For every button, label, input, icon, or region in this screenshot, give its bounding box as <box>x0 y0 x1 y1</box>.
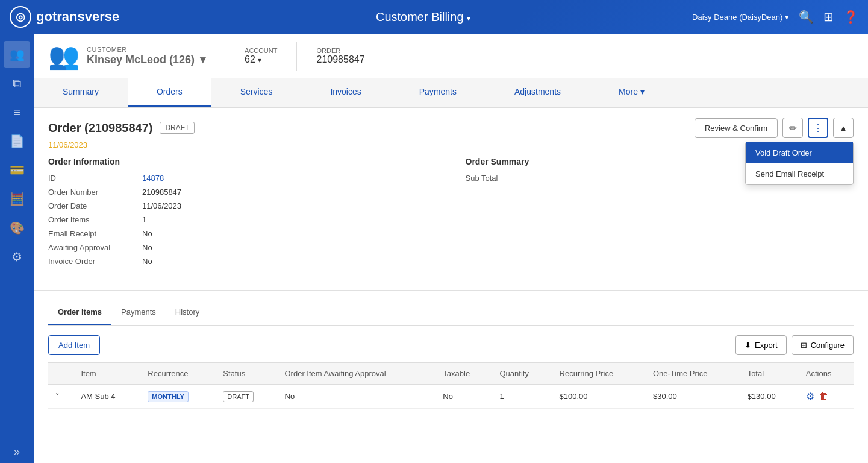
row-taxable: No <box>436 385 492 409</box>
invoice-order-label: Invoice Order <box>48 257 133 266</box>
customer-info: CUSTOMER Kinsey McLeod (126) ▾ <box>87 46 205 66</box>
recurrence-badge: MONTHLY <box>148 391 188 402</box>
order-section: Order (210985847) DRAFT Review & Confirm… <box>34 108 868 280</box>
tab-order-items[interactable]: Order Items <box>48 300 111 325</box>
col-quantity: Quantity <box>492 363 552 385</box>
order-header: Order (210985847) DRAFT Review & Confirm… <box>48 118 854 138</box>
main-tabs: Summary Orders Services Invoices Payment… <box>34 78 868 108</box>
info-row-number: Order Number 210985847 <box>48 187 437 197</box>
sidebar-item-card[interactable]: 💳 <box>4 157 30 183</box>
order-info: ORDER 210985847 <box>316 47 364 65</box>
info-row-email: Email Receipt No <box>48 229 437 238</box>
order-date-value: 11/06/2023 <box>142 201 181 210</box>
col-total: Total <box>740 363 799 385</box>
sidebar-item-settings[interactable]: ⚙ <box>4 244 30 270</box>
sidebar-item-file[interactable]: 📄 <box>4 128 30 154</box>
email-receipt-value: No <box>142 229 152 238</box>
row-total: $130.00 <box>740 385 799 409</box>
section-divider <box>34 290 868 291</box>
subtotal-label: Sub Total <box>466 174 498 183</box>
gear-icon[interactable]: ⚙ <box>806 391 814 402</box>
col-status: Status <box>216 363 277 385</box>
send-email-receipt-item[interactable]: Send Email Receipt <box>746 163 853 184</box>
order-information-title: Order Information <box>48 157 437 166</box>
row-status: DRAFT <box>216 385 277 409</box>
order-items-value: 1 <box>142 215 146 224</box>
collapse-button[interactable]: ▲ <box>833 118 854 138</box>
top-nav: ◎ gotransverse Customer Billing ▾ Daisy … <box>0 0 868 34</box>
sidebar-item-list[interactable]: ≡ <box>4 99 30 125</box>
invoice-order-value: No <box>142 257 152 266</box>
sidebar-item-people[interactable]: 👥 <box>4 41 30 68</box>
row-action-icons: ⚙ 🗑 <box>806 391 846 402</box>
search-icon[interactable]: 🔍 <box>799 10 814 24</box>
col-item: Item <box>73 363 140 385</box>
grid-icon[interactable]: ⊞ <box>823 10 834 24</box>
more-options-button[interactable]: ⋮ <box>808 118 828 138</box>
tab-more[interactable]: More ▾ <box>590 78 673 107</box>
add-item-button[interactable]: Add Item <box>48 335 100 355</box>
awaiting-approval-value: No <box>142 243 152 252</box>
dropdown-menu: Void Draft Order Send Email Receipt <box>745 142 854 185</box>
col-recurrence: Recurrence <box>140 363 216 385</box>
edit-button[interactable]: ✏ <box>782 118 803 138</box>
help-icon[interactable]: ❓ <box>843 10 858 24</box>
row-actions: ⚙ 🗑 <box>799 385 854 409</box>
awaiting-approval-label: Awaiting Approval <box>48 243 133 252</box>
user-menu[interactable]: Daisy Deane (DaisyDean) ▾ <box>692 13 789 22</box>
customer-area: 👥 CUSTOMER Kinsey McLeod (126) ▾ <box>48 41 205 71</box>
trash-icon[interactable]: 🗑 <box>819 391 829 402</box>
review-confirm-button[interactable]: Review & Confirm <box>695 118 778 138</box>
status-badge: DRAFT <box>223 391 254 402</box>
sidebar-item-palette[interactable]: 🎨 <box>4 215 30 241</box>
app-title: Customer Billing ▾ <box>154 10 692 24</box>
main-content: 👥 CUSTOMER Kinsey McLeod (126) ▾ ACCOUNT… <box>34 34 868 463</box>
order-actions: Review & Confirm ✏ ⋮ ▲ Void Draft Order … <box>695 118 854 138</box>
col-recurring-price: Recurring Price <box>552 363 646 385</box>
info-row-invoice: Invoice Order No <box>48 257 437 266</box>
tab-history[interactable]: History <box>166 300 209 325</box>
tab-orders[interactable]: Orders <box>128 78 211 107</box>
customer-header: 👥 CUSTOMER Kinsey McLeod (126) ▾ ACCOUNT… <box>34 34 868 78</box>
col-taxable: Taxable <box>436 363 492 385</box>
row-recurring-price: $100.00 <box>552 385 646 409</box>
row-toggle[interactable]: ˅ <box>48 385 73 409</box>
col-actions: Actions <box>799 363 854 385</box>
account-value[interactable]: 62 ▾ <box>245 54 277 65</box>
tab-invoices[interactable]: Invoices <box>301 78 390 107</box>
download-icon: ⬇ <box>745 341 751 350</box>
title-caret[interactable]: ▾ <box>467 14 470 23</box>
void-draft-order-item[interactable]: Void Draft Order <box>746 142 853 163</box>
items-table: Item Recurrence Status Order Item Awaiti… <box>48 362 854 409</box>
sidebar-item-copy[interactable]: ⧉ <box>4 70 30 96</box>
customer-name[interactable]: Kinsey McLeod (126) ▾ <box>87 53 205 66</box>
row-onetime-price: $30.00 <box>646 385 740 409</box>
sidebar-item-calc[interactable]: 🧮 <box>4 186 30 212</box>
order-information-block: Order Information ID 14878 Order Number … <box>48 157 437 271</box>
account-info: ACCOUNT 62 ▾ <box>245 47 277 65</box>
tab-summary[interactable]: Summary <box>34 78 128 107</box>
tab-services[interactable]: Services <box>211 78 302 107</box>
order-date-label: Order Date <box>48 201 133 210</box>
customer-caret: ▾ <box>200 54 205 66</box>
email-receipt-label: Email Receipt <box>48 229 133 238</box>
tab-adjustments[interactable]: Adjustments <box>486 78 590 107</box>
tab-payments[interactable]: Payments <box>390 78 486 107</box>
export-button[interactable]: ⬇ Export <box>735 335 787 355</box>
order-heading: Order (210985847) <box>48 121 152 135</box>
logo-icon[interactable]: ◎ <box>10 6 31 28</box>
order-number-label: Order Number <box>48 187 133 197</box>
row-recurrence: MONTHLY <box>140 385 216 409</box>
tab-payments[interactable]: Payments <box>111 300 166 325</box>
app-name: gotransverse <box>36 9 119 25</box>
table-row: ˅ AM Sub 4 MONTHLY DRAFT No No 1 $100.00 <box>48 385 854 409</box>
id-label: ID <box>48 174 133 183</box>
customer-avatar-icon: 👥 <box>48 41 80 71</box>
items-tabs: Order Items Payments History <box>48 300 854 326</box>
order-info-grid: Order Information ID 14878 Order Number … <box>48 157 854 271</box>
logo-area: ◎ gotransverse <box>10 6 154 28</box>
id-value[interactable]: 14878 <box>142 174 164 183</box>
sidebar-expand[interactable]: » <box>14 446 20 458</box>
draft-badge: DRAFT <box>160 122 195 134</box>
configure-button[interactable]: ⊞ Configure <box>792 335 854 355</box>
